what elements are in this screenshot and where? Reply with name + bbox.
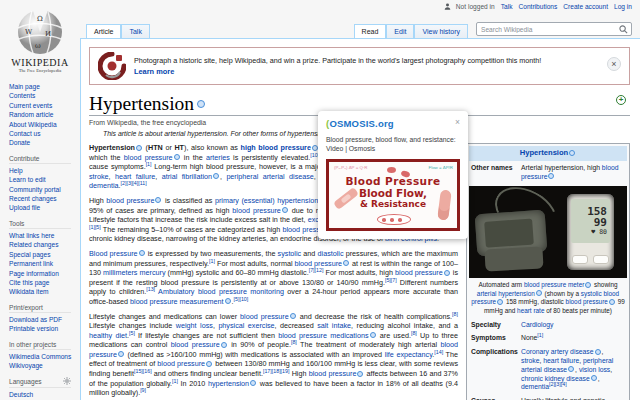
popup-close-icon[interactable]: × bbox=[455, 118, 460, 126]
personal-link[interactable]: Create account bbox=[563, 3, 608, 10]
reference-link[interactable]: [2][3][4][11] bbox=[121, 180, 147, 186]
sidebar-link[interactable]: Permanent link bbox=[9, 259, 80, 268]
wiki-link[interactable]: arteries bbox=[206, 153, 230, 162]
reference-link[interactable]: [13] bbox=[146, 286, 155, 292]
video-thumbnail[interactable]: (P₁-P₂) ΔP = Q·R Flow = ΔP/R Blood Press… bbox=[326, 159, 460, 231]
search-input[interactable] bbox=[477, 26, 619, 33]
osmosis-term-icon[interactable] bbox=[139, 250, 145, 256]
wiki-link[interactable]: blood pressure bbox=[157, 359, 205, 368]
osmosis-term-icon[interactable] bbox=[595, 349, 601, 355]
reference-link[interactable]: [7][12] bbox=[309, 267, 324, 273]
osmosis-term-icon[interactable] bbox=[536, 290, 542, 296]
reference-link[interactable]: [5] bbox=[129, 329, 135, 335]
sidebar-link[interactable]: About Wikipedia bbox=[9, 120, 80, 129]
wiki-link[interactable]: stroke bbox=[89, 172, 109, 181]
reference-link[interactable]: [1] bbox=[146, 161, 152, 167]
osmosis-term-icon[interactable] bbox=[343, 260, 349, 266]
sidebar-link[interactable]: Community portal bbox=[9, 185, 80, 194]
wiki-link[interactable]: primary (essential) hypertension bbox=[215, 196, 318, 205]
sidebar-link[interactable]: Wikidata item bbox=[9, 287, 80, 296]
wiki-link[interactable]: blood pressure bbox=[232, 206, 281, 215]
reference-link[interactable]: [14] bbox=[434, 348, 443, 354]
wiki-link[interactable]: systolic bbox=[278, 249, 302, 258]
personal-link[interactable]: Contributions bbox=[518, 3, 557, 10]
osmosis-title-icon[interactable] bbox=[197, 100, 205, 108]
sidebar-link[interactable]: Printable version bbox=[9, 324, 80, 333]
sidebar-link[interactable]: Learn to edit bbox=[9, 175, 80, 184]
sidebar-link[interactable]: What links here bbox=[9, 231, 80, 240]
sidebar-link[interactable]: Cite this page bbox=[9, 278, 80, 287]
search-box[interactable] bbox=[476, 22, 632, 36]
wiki-link[interactable]: blood pressure bbox=[171, 340, 220, 349]
reference-link[interactable]: [17][18][19] bbox=[263, 368, 290, 374]
wiki-link[interactable]: atrial fibrillation bbox=[162, 172, 212, 181]
wiki-link[interactable]: arterial hypertension bbox=[477, 290, 535, 297]
osmosis-term-icon[interactable] bbox=[136, 145, 142, 151]
wiki-link[interactable]: dementia bbox=[89, 181, 119, 190]
osmosis-term-icon[interactable] bbox=[221, 342, 227, 348]
wiki-link[interactable]: peripheral arterial disease bbox=[226, 172, 313, 181]
tab-view-history[interactable]: View history bbox=[414, 24, 468, 38]
wiki-link[interactable]: weight loss bbox=[176, 321, 213, 330]
wiki-link[interactable]: Ambulatory blood pressure monitoring bbox=[158, 287, 284, 296]
wiki-link[interactable]: diastolic bbox=[318, 249, 344, 258]
reference-link[interactable]: [1] bbox=[537, 332, 543, 338]
wiki-link[interactable]: physical exercise bbox=[218, 321, 274, 330]
wiki-link[interactable]: high blood pressure bbox=[241, 143, 311, 152]
osmosis-term-icon[interactable] bbox=[609, 299, 615, 305]
reference-link[interactable]: [5][10] bbox=[234, 296, 249, 302]
wiki-link[interactable]: blood pressure meter bbox=[524, 281, 584, 288]
wiki-link[interactable]: blood pressure bbox=[521, 164, 619, 180]
osmosis-term-icon[interactable] bbox=[206, 361, 212, 367]
osmosis-term-icon[interactable] bbox=[312, 145, 318, 151]
sidebar-link[interactable]: Main page bbox=[9, 82, 80, 91]
wiki-link[interactable]: life expectancy bbox=[385, 350, 433, 359]
wiki-link[interactable]: blood pressure measurement bbox=[130, 297, 224, 306]
wiki-link[interactable]: healthy diet bbox=[89, 331, 127, 340]
osmosis-term-icon[interactable] bbox=[282, 207, 288, 213]
green-plus-icon[interactable] bbox=[616, 95, 626, 105]
wiki-link[interactable]: dementia bbox=[521, 383, 549, 390]
osmosis-term-icon[interactable] bbox=[585, 282, 591, 288]
reference-link[interactable]: [2][3][4] bbox=[549, 381, 567, 387]
osmosis-term-icon[interactable] bbox=[357, 371, 363, 377]
sidebar-link[interactable]: Contact us bbox=[9, 129, 80, 138]
osmosis-term-icon[interactable] bbox=[569, 150, 575, 156]
sidebar-link[interactable]: Contents bbox=[9, 91, 80, 100]
reference-link[interactable]: [8] bbox=[452, 310, 458, 316]
sidebar-link[interactable]: Upload file bbox=[9, 203, 80, 212]
wiki-link[interactable]: blood pressure bbox=[566, 298, 608, 305]
wikipedia-logo[interactable]: Ω W И ω WIKIPEDIA The Free Encyclopedia bbox=[0, 6, 80, 73]
wiki-link[interactable]: heart failure bbox=[543, 357, 579, 364]
sidebar-link[interactable]: Recent changes bbox=[9, 194, 80, 203]
search-icon[interactable] bbox=[619, 25, 628, 34]
osmosis-term-icon[interactable] bbox=[548, 173, 554, 179]
popup-video-caption[interactable]: Blood pressure, blood flow, and resistan… bbox=[326, 135, 460, 153]
tab-talk[interactable]: Talk bbox=[121, 24, 149, 38]
banner-learn-more-link[interactable]: Learn more bbox=[134, 67, 541, 76]
wiki-link[interactable]: millimeters mercury bbox=[103, 268, 165, 277]
infobox-title-link[interactable]: Hypertension bbox=[469, 146, 627, 161]
banner-close-button[interactable]: × bbox=[607, 57, 621, 71]
tab-read[interactable]: Read bbox=[354, 24, 387, 38]
osmosis-term-icon[interactable] bbox=[370, 332, 376, 338]
sidebar-link[interactable]: Help bbox=[9, 166, 80, 175]
wiki-link[interactable]: vision loss bbox=[579, 366, 610, 373]
wiki-link[interactable]: stroke bbox=[521, 357, 540, 364]
osmosis-term-icon[interactable] bbox=[568, 366, 574, 372]
wiki-link[interactable]: blood pressure bbox=[309, 369, 357, 378]
tab-article[interactable]: Article bbox=[86, 24, 121, 38]
wiki-link[interactable]: hypertension bbox=[208, 379, 249, 388]
tab-edit[interactable]: Edit bbox=[386, 24, 414, 38]
sidebar-link[interactable]: Wikivoyage bbox=[9, 361, 80, 370]
wiki-link[interactable]: Blood pressure bbox=[89, 249, 138, 258]
reference-link[interactable]: [5][7] bbox=[385, 276, 397, 282]
wiki-link[interactable]: blood pressure bbox=[106, 196, 154, 205]
sidebar-link[interactable]: Donate bbox=[9, 138, 80, 147]
sidebar-link[interactable]: Related changes bbox=[9, 240, 80, 249]
wiki-link[interactable]: blood pressure bbox=[395, 268, 443, 277]
wiki-link[interactable]: heart rate bbox=[517, 307, 544, 314]
sidebar-link[interactable]: Current events bbox=[9, 101, 80, 110]
osmosis-term-icon[interactable] bbox=[250, 380, 256, 386]
osmosis-term-icon[interactable] bbox=[225, 298, 231, 304]
